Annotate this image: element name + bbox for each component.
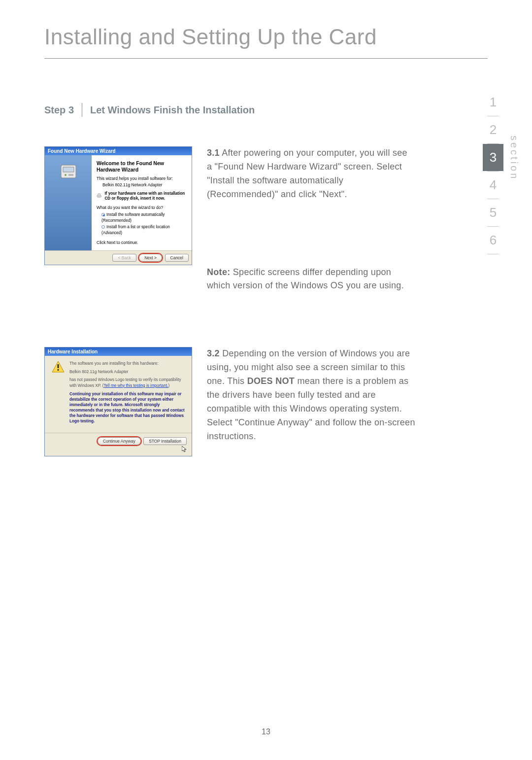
svg-point-6: [99, 195, 100, 195]
dialog-title: Hardware Installation: [45, 347, 192, 356]
step-3-1-paragraph: 3.1 After powering on your computer, you…: [207, 146, 409, 202]
hw-device: Belkin 802.11g Network Adapter: [69, 369, 185, 374]
svg-rect-9: [58, 369, 59, 371]
note-paragraph: Note: Specific screens differ depending …: [207, 266, 409, 293]
title-rule: [44, 58, 488, 59]
wizard-option-list[interactable]: Install from a list or specific location…: [101, 224, 187, 237]
wizard-option-list-label: Install from a list or specific location…: [101, 225, 170, 235]
stop-installation-button[interactable]: STOP Installation: [143, 437, 187, 445]
next-button[interactable]: Next >: [139, 254, 162, 262]
hw-bold-warning: Continuing your installation of this sof…: [69, 391, 185, 424]
continue-anyway-button[interactable]: Continue Anyway: [98, 437, 141, 445]
wizard-option-auto-label: Install the software automatically (Reco…: [101, 212, 165, 223]
wizard-sidebar: [45, 155, 92, 250]
does-not-bold: DOES NOT: [247, 376, 295, 386]
page-number: 13: [0, 727, 532, 736]
dialog-title: Found New Hardware Wizard: [45, 147, 192, 155]
section-label: section: [508, 136, 520, 180]
wizard-continue-hint: Click Next to continue.: [97, 240, 187, 245]
step-3-1-text: After powering on your computer, you wil…: [207, 148, 407, 199]
hw-important-link[interactable]: Tell me why this testing is important.: [103, 383, 168, 388]
section-tab-1[interactable]: 1: [483, 89, 503, 116]
hardware-installation-dialog: Hardware Installation The software you a…: [44, 347, 192, 456]
hw-line2: has not passed Windows Logo testing to v…: [69, 377, 185, 388]
wizard-option-auto[interactable]: Install the software automatically (Reco…: [101, 212, 187, 224]
found-new-hardware-wizard-dialog: Found New Hardware Wizard Welcome to the…: [44, 146, 192, 265]
svg-rect-3: [68, 174, 73, 176]
note-text: Specific screens differ depending upon w…: [207, 267, 404, 291]
svg-rect-8: [58, 364, 59, 368]
section-tab-6[interactable]: 6: [483, 227, 503, 254]
section-tab-5[interactable]: 5: [483, 199, 503, 226]
section-tabs: section 1 2 3 4 5 6: [483, 89, 503, 254]
wizard-device-name: Belkin 802.11g Network Adapter: [102, 182, 187, 187]
back-button: < Back: [112, 254, 136, 262]
hw-line1: The software you are installing for this…: [69, 361, 185, 367]
step-number: Step 3: [44, 103, 82, 117]
note-label: Note:: [207, 267, 231, 277]
radio-icon: [101, 213, 105, 216]
cursor-icon: [182, 446, 187, 452]
step-3-2-paragraph: 3.2 Depending on the version of Windows …: [207, 347, 416, 443]
step-title: Let Windows Finish the Installation: [82, 103, 255, 117]
cancel-button[interactable]: Cancel: [165, 254, 189, 262]
svg-point-2: [65, 174, 66, 176]
cd-icon: [97, 191, 101, 200]
section-tab-2[interactable]: 2: [483, 116, 503, 143]
page-title: Installing and Setting Up the Card: [44, 25, 532, 49]
wizard-heading: Welcome to the Found New Hardware Wizard: [97, 160, 187, 173]
warning-icon: [52, 361, 65, 373]
wizard-intro: This wizard helps you install software f…: [97, 176, 187, 181]
section-tab-3[interactable]: 3: [483, 144, 503, 171]
section-tab-4[interactable]: 4: [483, 172, 503, 199]
wizard-cd-hint: If your hardware came with an installati…: [104, 191, 187, 201]
step-header: Step 3 Let Windows Finish the Installati…: [44, 103, 532, 117]
device-icon: [59, 162, 78, 182]
svg-rect-1: [63, 167, 74, 172]
svg-marker-10: [182, 446, 186, 452]
wizard-question: What do you want the wizard to do?: [97, 205, 187, 210]
section-divider: [487, 254, 499, 254]
radio-icon: [101, 225, 105, 229]
step-3-1-number: 3.1: [207, 148, 220, 158]
hw-line2b: ): [168, 383, 170, 388]
step-3-2-number: 3.2: [207, 348, 220, 358]
